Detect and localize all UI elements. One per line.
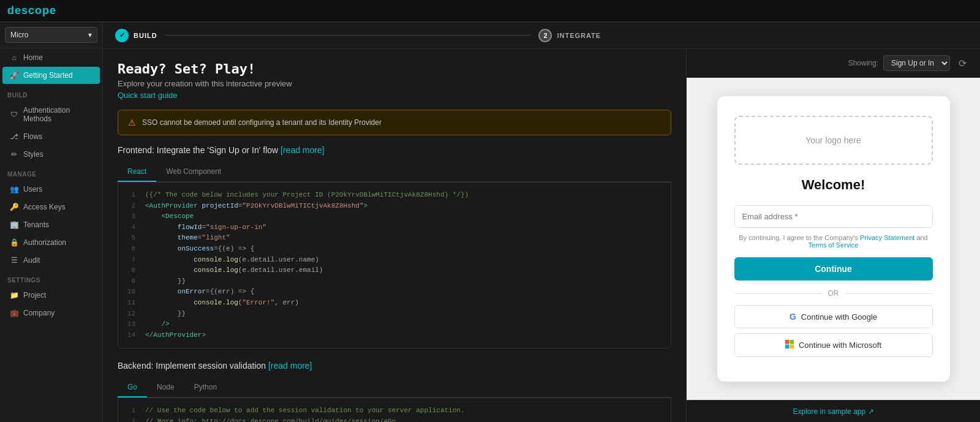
backend-tab-bar: Go Node Python <box>118 378 671 398</box>
nav-section-settings: SETTINGS 📁 Project 💼 Company <box>0 269 102 322</box>
rocket-icon: 🚀 <box>10 71 18 80</box>
sidebar-item-project[interactable]: 📁 Project <box>2 287 100 304</box>
sidebar-item-authorization[interactable]: 🔒 Authorization <box>2 234 100 251</box>
project-select-button[interactable]: Micro ▾ <box>5 27 97 43</box>
code-line: 2 <AuthProvider projectId="P2OkYrvDBlwMi… <box>126 201 663 212</box>
building-icon: 🏢 <box>10 220 18 229</box>
code-line: 4 flowId="sign-up-or-in" <box>126 222 663 233</box>
backend-section: Backend: Implement session validation [r… <box>118 361 671 422</box>
code-line: 12 }} <box>126 309 663 320</box>
auth-preview: Your logo here Welcome! By continuing, I… <box>687 78 980 400</box>
code-line: 1 ({/* The code below includes your Proj… <box>126 190 663 201</box>
nav-section-main: ⌂ Home 🚀 Getting Started <box>0 48 102 85</box>
step-build: ✓ BUILD <box>115 29 157 42</box>
folder-icon: 📁 <box>10 291 18 300</box>
users-icon: 👥 <box>10 185 18 194</box>
code-line: 6 onSuccess={(e) => { <box>126 244 663 255</box>
showing-select[interactable]: Sign Up or In <box>883 55 950 71</box>
sidebar-item-users[interactable]: 👥 Users <box>2 181 100 198</box>
code-line: 14 </AuthProvider> <box>126 330 663 341</box>
key-icon: 🔑 <box>10 203 18 211</box>
step-label-integrate: INTEGRATE <box>557 32 601 39</box>
warning-icon: ⚠ <box>128 118 136 127</box>
sidebar: Micro ▾ ⌂ Home 🚀 Getting Started BUILD 🛡… <box>0 22 103 422</box>
flows-icon: ⎇ <box>10 132 18 141</box>
code-line: 3 <Descope <box>126 211 663 222</box>
backend-read-more-link[interactable]: [read more] <box>268 361 312 371</box>
sidebar-item-flows[interactable]: ⎇ Flows <box>2 128 100 145</box>
shield-icon: 🛡 <box>10 110 18 119</box>
backend-code-block: 1 // Use the code below to add the sessi… <box>118 398 671 422</box>
code-line: 13 /> <box>126 319 663 330</box>
auth-title: Welcome! <box>734 177 933 193</box>
tab-react[interactable]: React <box>118 162 156 182</box>
code-line: 7 console.log(e.detail.user.name) <box>126 255 663 266</box>
frontend-read-more-link[interactable]: [read more] <box>281 145 325 155</box>
privacy-statement-link[interactable]: Privacy Statement <box>860 234 914 241</box>
project-selector[interactable]: Micro ▾ <box>0 22 102 48</box>
google-icon: G <box>790 312 796 322</box>
build-section-label: BUILD <box>0 85 102 101</box>
email-input[interactable] <box>734 205 933 228</box>
auth-terms: By continuing, I agree to the Company's … <box>734 234 933 249</box>
sample-app-section: Explore in sample app ↗ <box>687 400 980 422</box>
page-subtitle: Explore your creation with this interact… <box>118 79 671 88</box>
page-title: Ready? Set? Play! <box>118 61 671 77</box>
or-divider: OR <box>734 289 933 298</box>
quick-start-link[interactable]: Quick start guide <box>118 91 178 100</box>
step-circle-integrate: 2 <box>538 29 552 42</box>
logo-placeholder: Your logo here <box>734 116 933 165</box>
refresh-button[interactable]: ⟳ <box>955 56 970 70</box>
sidebar-item-styles[interactable]: ✏ Styles <box>2 146 100 163</box>
step-label-build: BUILD <box>134 32 157 39</box>
terms-of-service-link[interactable]: Terms of Service <box>809 241 859 249</box>
tab-node[interactable]: Node <box>147 378 184 398</box>
step-circle-build: ✓ <box>115 29 129 42</box>
code-line: 9 }} <box>126 276 663 287</box>
code-line: 5 theme="light" <box>126 233 663 244</box>
continue-button[interactable]: Continue <box>734 257 933 281</box>
settings-section-label: SETTINGS <box>0 269 102 286</box>
home-icon: ⌂ <box>10 53 18 62</box>
sidebar-item-company[interactable]: 💼 Company <box>2 304 100 322</box>
frontend-section: Frontend: Integrate the 'Sign Up or In' … <box>118 145 671 349</box>
left-content: Ready? Set? Play! Explore your creation … <box>103 49 686 422</box>
tab-python[interactable]: Python <box>184 378 227 398</box>
frontend-section-title: Frontend: Integrate the 'Sign Up or In' … <box>118 145 671 155</box>
sidebar-item-access-keys[interactable]: 🔑 Access Keys <box>2 198 100 216</box>
auth-card: Your logo here Welcome! By continuing, I… <box>717 96 950 382</box>
sidebar-item-tenants[interactable]: 🏢 Tenants <box>2 216 100 233</box>
google-signin-button[interactable]: G Continue with Google <box>734 305 933 328</box>
svg-rect-3 <box>790 345 794 349</box>
logo: descope <box>7 4 56 17</box>
logo-text: de <box>7 4 21 17</box>
sidebar-item-auth-methods[interactable]: 🛡 Authentication Methods <box>2 102 100 127</box>
microsoft-signin-button[interactable]: Continue with Microsoft <box>734 333 933 357</box>
nav-section-manage: MANAGE 👥 Users 🔑 Access Keys 🏢 Tenants 🔒… <box>0 164 102 269</box>
sidebar-item-home[interactable]: ⌂ Home <box>2 49 100 66</box>
microsoft-icon <box>785 340 794 350</box>
code-line: 8 console.log(e.detail.user.email) <box>126 265 663 276</box>
code-line: 10 onError={(err) => { <box>126 287 663 298</box>
code-line: 1 // Use the code below to add the sessi… <box>126 405 663 416</box>
code-line: 11 console.log("Error!", err) <box>126 298 663 309</box>
topbar: descope <box>0 0 980 22</box>
explore-sample-app-link[interactable]: Explore in sample app ↗ <box>793 407 873 416</box>
sidebar-item-audit[interactable]: ☰ Audit <box>2 252 100 269</box>
pen-icon: ✏ <box>10 150 18 159</box>
manage-section-label: MANAGE <box>0 164 102 180</box>
svg-rect-2 <box>785 345 790 349</box>
tab-go[interactable]: Go <box>118 378 147 398</box>
step-integrate: 2 INTEGRATE <box>538 29 601 42</box>
right-panel: Showing: Sign Up or In ⟳ Your logo here … <box>686 49 980 422</box>
sidebar-item-getting-started[interactable]: 🚀 Getting Started <box>2 67 100 84</box>
frontend-tab-bar: React Web Component <box>118 162 671 182</box>
or-text: OR <box>828 289 839 298</box>
nav-section-build: BUILD 🛡 Authentication Methods ⎇ Flows ✏… <box>0 85 102 164</box>
tab-web-component[interactable]: Web Component <box>156 162 231 182</box>
progress-bar: ✓ BUILD 2 INTEGRATE <box>103 22 980 49</box>
svg-rect-1 <box>790 340 794 344</box>
progress-line <box>165 35 532 36</box>
frontend-code-block: 1 ({/* The code below includes your Proj… <box>118 182 671 349</box>
code-line: 2 // More info: http://docs.descope.com/… <box>126 416 663 422</box>
